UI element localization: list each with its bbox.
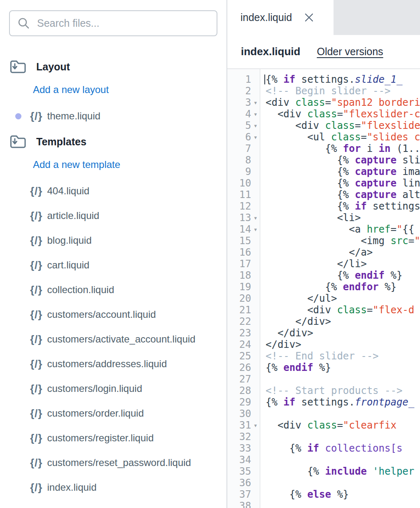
search-box[interactable] bbox=[9, 10, 217, 36]
fold-arrow-icon[interactable]: ▾ bbox=[251, 226, 260, 233]
code-line[interactable]: </div> bbox=[266, 327, 420, 339]
code-line[interactable] bbox=[266, 500, 420, 508]
code-line[interactable]: {% else %} bbox=[266, 489, 420, 500]
file-item[interactable]: {/}customers/login.liquid bbox=[0, 376, 226, 401]
code-line[interactable] bbox=[266, 477, 420, 489]
close-icon[interactable] bbox=[303, 12, 315, 23]
file-item[interactable]: {/}customers/order.liquid bbox=[0, 401, 226, 426]
fold-arrow-icon[interactable]: ▾ bbox=[251, 123, 260, 129]
line-number: 29 bbox=[227, 396, 260, 408]
code-line[interactable]: <div class="flex-d bbox=[266, 304, 420, 316]
file-item[interactable]: {/}customers/register.liquid bbox=[0, 426, 226, 450]
line-number: 6▾ bbox=[227, 131, 260, 143]
file-item[interactable]: {/}404.liquid bbox=[0, 179, 226, 203]
code-line[interactable]: {% capture sli bbox=[266, 154, 420, 166]
code-line[interactable]: </div> bbox=[266, 316, 420, 327]
liquid-file-icon: {/} bbox=[30, 210, 42, 222]
code-line[interactable]: <!-- Start products --> bbox=[266, 385, 420, 396]
file-item[interactable]: {/}customers/addresses.liquid bbox=[0, 352, 226, 376]
code-line[interactable]: {% if settings.frontpage_ bbox=[266, 396, 420, 408]
code-line[interactable]: <img src=" bbox=[266, 235, 420, 247]
section-header[interactable]: Layout bbox=[0, 58, 226, 75]
code-line[interactable]: </li> bbox=[266, 258, 420, 270]
code-line[interactable]: </a> bbox=[266, 247, 420, 258]
fold-arrow-icon[interactable]: ▾ bbox=[251, 134, 260, 140]
code-line[interactable]: {% capture ima bbox=[266, 166, 420, 177]
code-line[interactable]: <div class="clearfix bbox=[266, 419, 420, 431]
line-number-text: 5 bbox=[245, 120, 251, 131]
add-new-link[interactable]: Add a new template bbox=[33, 159, 226, 172]
tab-label: index.liquid bbox=[240, 12, 292, 23]
line-number: 20 bbox=[227, 293, 260, 304]
code-line[interactable] bbox=[266, 454, 420, 466]
fold-arrow-icon[interactable]: ▾ bbox=[251, 111, 260, 117]
file-list: {/}theme.liquid bbox=[0, 104, 226, 128]
fold-arrow-icon[interactable]: ▾ bbox=[251, 422, 260, 429]
add-new-link[interactable]: Add a new layout bbox=[33, 84, 226, 97]
code-line[interactable]: <a href="{{ bbox=[266, 224, 420, 235]
fold-arrow-icon[interactable]: ▾ bbox=[251, 100, 260, 106]
code-line[interactable]: {% include 'helper bbox=[266, 466, 420, 477]
code-line[interactable]: {% if settings.slide_1_ bbox=[266, 74, 420, 85]
code-line[interactable]: <ul class="slides c bbox=[266, 131, 420, 143]
liquid-file-icon: {/} bbox=[30, 481, 42, 494]
code-line[interactable]: <div class="span12 borderi bbox=[266, 97, 420, 108]
liquid-file-icon: {/} bbox=[30, 284, 42, 296]
file-name: customers/account.liquid bbox=[47, 309, 156, 320]
code-line[interactable] bbox=[266, 373, 420, 385]
search-input[interactable] bbox=[37, 17, 209, 29]
tab-bar-empty-area bbox=[334, 0, 420, 35]
line-number-text: 10 bbox=[239, 177, 251, 189]
older-versions-link[interactable]: Older versions bbox=[317, 46, 383, 58]
code-line[interactable]: <li> bbox=[266, 212, 420, 224]
code-line[interactable]: <!-- End slider --> bbox=[266, 350, 420, 362]
file-item[interactable]: {/}customers/account.liquid bbox=[0, 302, 226, 327]
code-line[interactable]: {% capture lin bbox=[266, 177, 420, 189]
file-item[interactable]: {/}index.liquid bbox=[0, 475, 226, 500]
code-line[interactable]: {% if collections[s bbox=[266, 443, 420, 454]
file-tree: LayoutAdd a new layout{/}theme.liquidTem… bbox=[0, 58, 226, 500]
file-item[interactable]: {/}customers/activate_account.liquid bbox=[0, 327, 226, 352]
code-line[interactable] bbox=[266, 408, 420, 419]
line-number-text: 21 bbox=[239, 304, 251, 316]
code-line[interactable]: {% endif %} bbox=[266, 270, 420, 281]
file-item[interactable]: {/}article.liquid bbox=[0, 203, 226, 228]
code-line[interactable]: {% endif %} bbox=[266, 362, 420, 373]
line-number-text: 36 bbox=[239, 477, 251, 489]
file-item[interactable]: {/}collection.liquid bbox=[0, 277, 226, 302]
file-item[interactable]: {/}customers/reset_password.liquid bbox=[0, 450, 226, 475]
fold-arrow-icon[interactable]: ▾ bbox=[251, 215, 260, 221]
liquid-file-icon: {/} bbox=[30, 333, 42, 346]
code-line[interactable]: {% capture alt bbox=[266, 189, 420, 200]
code-line[interactable]: {% endfor %} bbox=[266, 281, 420, 293]
file-item[interactable]: {/}blog.liquid bbox=[0, 228, 226, 253]
code-area[interactable]: {% if settings.slide_1_<!-- Begin slider… bbox=[260, 69, 420, 508]
tab-index-liquid[interactable]: index.liquid bbox=[227, 0, 334, 35]
line-number-text: 14 bbox=[239, 224, 251, 235]
file-item[interactable]: {/}theme.liquid bbox=[0, 104, 226, 128]
file-item[interactable]: {/}cart.liquid bbox=[0, 253, 226, 277]
code-line[interactable] bbox=[266, 431, 420, 443]
line-number-text: 34 bbox=[239, 454, 251, 466]
code-line[interactable]: {% if settings bbox=[266, 200, 420, 212]
liquid-file-icon: {/} bbox=[30, 382, 42, 395]
code-line[interactable]: <div class="flexslider-c bbox=[266, 108, 420, 120]
line-number-text: 20 bbox=[239, 293, 251, 304]
line-number: 16 bbox=[227, 247, 260, 258]
line-number-text: 11 bbox=[239, 189, 251, 200]
line-number-text: 24 bbox=[239, 339, 251, 350]
line-number: 38 bbox=[227, 500, 260, 508]
code-line[interactable]: <div class="flexslide bbox=[266, 120, 420, 131]
code-line[interactable]: {% for i in (1.. bbox=[266, 143, 420, 154]
code-line[interactable]: <!-- Begin slider --> bbox=[266, 85, 420, 97]
section-header[interactable]: Templates bbox=[0, 133, 226, 150]
section-title: Templates bbox=[36, 136, 86, 148]
code-line[interactable]: </div> bbox=[266, 339, 420, 350]
code-line[interactable]: </ul> bbox=[266, 293, 420, 304]
liquid-file-icon: {/} bbox=[30, 308, 42, 321]
file-name: collection.liquid bbox=[47, 284, 114, 296]
line-number: 15 bbox=[227, 235, 260, 247]
file-name: article.liquid bbox=[47, 210, 99, 221]
line-number-text: 37 bbox=[239, 489, 251, 500]
line-number: 13▾ bbox=[227, 212, 260, 224]
